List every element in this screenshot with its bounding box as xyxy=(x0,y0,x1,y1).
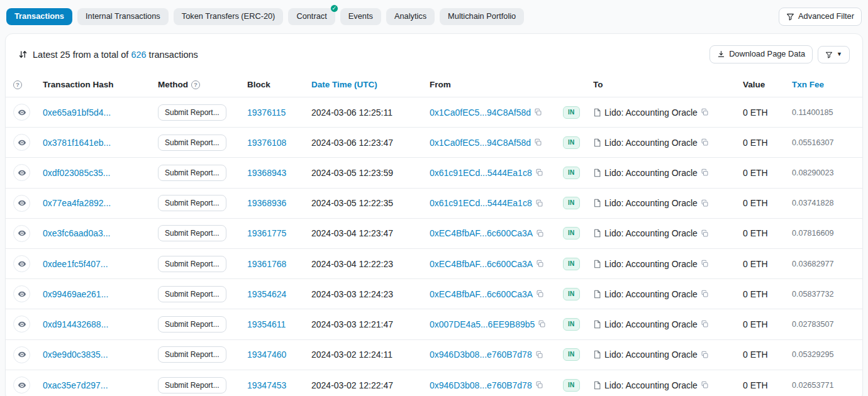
eye-icon xyxy=(18,290,26,299)
table-filter-dropdown[interactable]: ▼ xyxy=(818,46,850,63)
copy-from-address-icon[interactable] xyxy=(538,320,546,328)
copy-from-address-icon[interactable] xyxy=(535,199,543,207)
table-row: 0x3781f1641eb... Submit Report... 193761… xyxy=(6,128,862,158)
copy-to-address-icon[interactable] xyxy=(701,108,709,116)
txn-fee-value: 0.07816609 xyxy=(792,229,834,238)
preview-transaction-button[interactable] xyxy=(13,104,30,121)
advanced-filter-button[interactable]: Advanced Filter xyxy=(779,8,862,26)
from-address-link[interactable]: 0x007DE4a5...6EE9B89b5 xyxy=(430,319,535,329)
col-txn-fee-sort[interactable]: Txn Fee xyxy=(792,80,824,89)
copy-to-address-icon[interactable] xyxy=(701,351,709,359)
direction-in-badge: IN xyxy=(563,167,580,179)
copy-to-address-icon[interactable] xyxy=(701,229,709,238)
transaction-hash-link[interactable]: 0xd914432688... xyxy=(43,319,108,329)
block-number-link[interactable]: 19361775 xyxy=(247,228,286,238)
tab-token-transfers[interactable]: Token Transfers (ERC-20) xyxy=(174,8,284,25)
to-contract-name[interactable]: Lido: Accounting Oracle xyxy=(604,289,698,299)
preview-transaction-button[interactable] xyxy=(13,316,30,333)
transaction-hash-link[interactable]: 0xe3fc6aad0a3... xyxy=(43,228,110,238)
tab-analytics[interactable]: Analytics xyxy=(386,8,435,25)
copy-to-address-icon[interactable] xyxy=(701,381,709,389)
to-contract-name[interactable]: Lido: Accounting Oracle xyxy=(604,319,698,329)
from-address-link[interactable]: 0x61c91ECd...5444Ea1c8 xyxy=(430,198,532,208)
copy-from-address-icon[interactable] xyxy=(534,138,542,146)
copy-to-address-icon[interactable] xyxy=(701,260,709,268)
total-transactions-link[interactable]: 626 xyxy=(131,50,146,60)
copy-to-address-icon[interactable] xyxy=(701,138,709,146)
download-page-data-button[interactable]: Download Page Data xyxy=(709,45,813,63)
tab-events[interactable]: Events xyxy=(340,8,381,25)
preview-transaction-button[interactable] xyxy=(13,195,30,212)
funnel-icon xyxy=(825,51,833,58)
to-contract-name[interactable]: Lido: Accounting Oracle xyxy=(604,380,698,390)
preview-transaction-button[interactable] xyxy=(13,346,30,363)
copy-from-address-icon[interactable] xyxy=(536,260,544,268)
transaction-hash-link[interactable]: 0x9e9d0c3835... xyxy=(43,349,108,360)
tab-transactions[interactable]: Transactions xyxy=(6,8,72,25)
from-address-link[interactable]: 0x1Ca0fEC5...94C8Af58d xyxy=(430,138,531,148)
from-address-link[interactable]: 0x61c91ECd...5444Ea1c8 xyxy=(430,168,532,178)
from-address-link[interactable]: 0xEC4BfbAF...6c600Ca3A xyxy=(430,289,533,299)
block-number-link[interactable]: 19347460 xyxy=(247,349,286,360)
from-address-link[interactable]: 0xEC4BfbAF...6c600Ca3A xyxy=(430,259,533,269)
card-header: Latest 25 from a total of 626 transactio… xyxy=(6,34,862,72)
preview-transaction-button[interactable] xyxy=(13,285,30,302)
block-number-link[interactable]: 19347453 xyxy=(247,380,286,390)
block-number-link[interactable]: 19368943 xyxy=(247,168,286,178)
copy-to-address-icon[interactable] xyxy=(701,320,709,328)
transaction-hash-link[interactable]: 0x3781f1641eb... xyxy=(43,138,111,148)
from-address-link[interactable]: 0x946D3b08...e760B7d78 xyxy=(430,349,532,360)
block-number-link[interactable]: 19368936 xyxy=(247,198,286,208)
copy-from-address-icon[interactable] xyxy=(536,229,544,238)
to-contract-name[interactable]: Lido: Accounting Oracle xyxy=(604,138,698,148)
copy-from-address-icon[interactable] xyxy=(535,351,543,359)
copy-to-address-icon[interactable] xyxy=(701,168,709,177)
transaction-hash-link[interactable]: 0xac35e7d297... xyxy=(43,380,108,390)
contract-file-icon xyxy=(593,350,601,359)
direction-in-badge: IN xyxy=(563,197,580,209)
to-contract-name[interactable]: Lido: Accounting Oracle xyxy=(604,228,698,238)
method-badge: Submit Report... xyxy=(158,104,226,121)
to-contract-name[interactable]: Lido: Accounting Oracle xyxy=(604,107,698,118)
block-number-link[interactable]: 19354624 xyxy=(247,289,286,299)
copy-to-address-icon[interactable] xyxy=(701,199,709,207)
transaction-hash-link[interactable]: 0xe65a91bf5d4... xyxy=(43,107,111,118)
block-number-link[interactable]: 19376108 xyxy=(247,138,286,148)
copy-from-address-icon[interactable] xyxy=(536,290,544,298)
from-address-link[interactable]: 0xEC4BfbAF...6c600Ca3A xyxy=(430,228,533,238)
datetime-value: 2024-03-02 12:24:11 xyxy=(311,349,392,360)
block-number-link[interactable]: 19361768 xyxy=(247,259,286,269)
to-contract-name[interactable]: Lido: Accounting Oracle xyxy=(604,349,698,360)
to-contract-name[interactable]: Lido: Accounting Oracle xyxy=(604,168,698,178)
tab-bar: Transactions Internal Transactions Token… xyxy=(0,0,868,32)
block-number-link[interactable]: 19376115 xyxy=(247,107,286,118)
method-badge: Submit Report... xyxy=(158,256,226,272)
from-address-link[interactable]: 0x946D3b08...e760B7d78 xyxy=(430,380,532,390)
col-datetime-sort[interactable]: Date Time (UTC) xyxy=(311,80,377,89)
preview-transaction-button[interactable] xyxy=(13,134,30,151)
eye-icon xyxy=(18,108,26,117)
copy-from-address-icon[interactable] xyxy=(535,168,543,177)
method-badge: Submit Report... xyxy=(158,135,226,151)
value-amount: 0 ETH xyxy=(743,349,768,360)
to-contract-name[interactable]: Lido: Accounting Oracle xyxy=(604,259,698,269)
copy-from-address-icon[interactable] xyxy=(535,381,543,389)
preview-transaction-button[interactable] xyxy=(13,225,30,242)
copy-from-address-icon[interactable] xyxy=(534,108,542,116)
transaction-hash-link[interactable]: 0x77ea4fa2892... xyxy=(43,198,111,208)
table-row: 0x9e9d0c3835... Submit Report... 1934746… xyxy=(6,340,862,370)
tab-multichain-portfolio[interactable]: Multichain Portfolio xyxy=(440,8,524,25)
from-address-link[interactable]: 0x1Ca0fEC5...94C8Af58d xyxy=(430,107,531,118)
preview-transaction-button[interactable] xyxy=(13,377,30,393)
block-number-link[interactable]: 19354611 xyxy=(247,319,286,329)
tab-contract[interactable]: Contract ✓ xyxy=(288,8,335,25)
transaction-hash-link[interactable]: 0x99469ae261... xyxy=(43,289,108,299)
txn-fee-value: 0.03741828 xyxy=(792,199,834,207)
transaction-hash-link[interactable]: 0xdee1fc5f407... xyxy=(43,259,108,269)
tab-internal-transactions[interactable]: Internal Transactions xyxy=(77,8,169,25)
transaction-hash-link[interactable]: 0xdf023085c35... xyxy=(43,168,110,178)
copy-to-address-icon[interactable] xyxy=(701,290,709,298)
preview-transaction-button[interactable] xyxy=(13,164,30,181)
to-contract-name[interactable]: Lido: Accounting Oracle xyxy=(604,198,698,208)
preview-transaction-button[interactable] xyxy=(13,255,30,272)
